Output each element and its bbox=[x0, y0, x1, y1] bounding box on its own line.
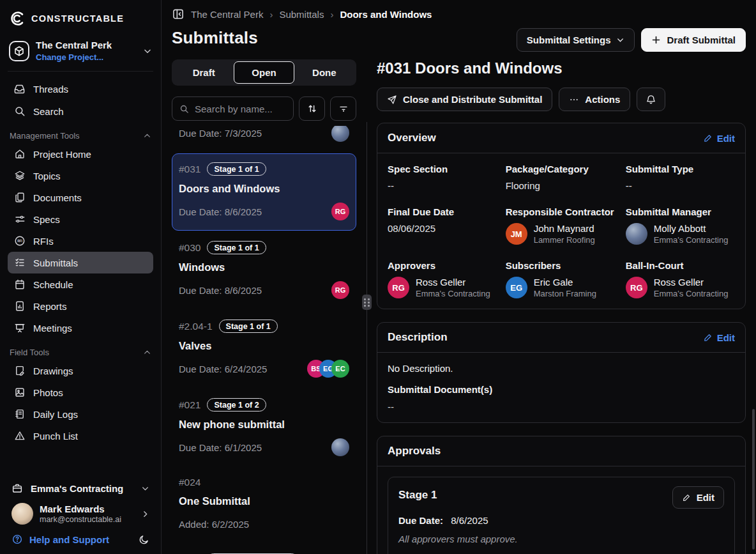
actions-button[interactable]: Actions bbox=[559, 88, 630, 111]
submittal-list: Due Date: 7/3/2025 #031 Stage 1 of 1 Doo… bbox=[172, 126, 356, 554]
detail-scrollbar[interactable] bbox=[752, 409, 755, 550]
stage-badge: Stage 1 of 1 bbox=[207, 162, 266, 176]
list-item-030[interactable]: #030 Stage 1 of 1 Windows Due Date: 8/6/… bbox=[172, 232, 356, 309]
sidebar-item-label: Schedule bbox=[33, 279, 73, 290]
sidebar-item-label: Photos bbox=[33, 387, 63, 398]
sidebar-item-label: Reports bbox=[33, 301, 67, 312]
status-tabs: Draft Open Done bbox=[172, 59, 356, 86]
person-company: Emma's Contracting bbox=[654, 289, 729, 298]
resize-drag-handle[interactable] bbox=[362, 295, 372, 310]
draft-submittal-label: Draft Submittal bbox=[667, 35, 736, 45]
sidebar-item-specs[interactable]: Specs bbox=[8, 208, 153, 230]
description-edit-button[interactable]: Edit bbox=[703, 332, 735, 343]
question-circle-icon bbox=[11, 534, 23, 545]
field-package-category: Package/Category Flooring bbox=[506, 164, 619, 191]
breadcrumb-project[interactable]: The Central Perk bbox=[191, 9, 263, 20]
documents-icon bbox=[13, 192, 26, 203]
user-menu[interactable]: Mark Edwards mark@constructable.ai bbox=[8, 499, 153, 530]
sidebar-item-label: Punch List bbox=[33, 431, 78, 442]
search-input[interactable] bbox=[195, 104, 286, 114]
help-label: Help and Support bbox=[29, 534, 109, 545]
draft-submittal-button[interactable]: Draft Submittal bbox=[641, 28, 746, 52]
main-area: The Central Perk › Submittals › Doors an… bbox=[162, 0, 756, 554]
field-ball-in-court: Ball-In-Court RG Ross Geller Emma's Cont… bbox=[626, 260, 735, 298]
person-name: John Maynard bbox=[534, 223, 595, 234]
field-submittal-type: Submittal Type -- bbox=[626, 164, 735, 191]
briefcase-icon bbox=[11, 482, 23, 494]
sidebar-item-label: Search bbox=[33, 106, 64, 117]
submittal-settings-button[interactable]: Submittal Settings bbox=[517, 28, 635, 52]
list-item-020[interactable]: #020 All Stages Complete bbox=[172, 544, 356, 554]
stage-title: Stage 1 bbox=[398, 489, 437, 502]
sidebar-item-search[interactable]: Search bbox=[8, 100, 153, 122]
change-project-link[interactable]: Change Project... bbox=[36, 52, 112, 62]
section-field-tools[interactable]: Field Tools bbox=[10, 348, 151, 357]
sidebar-item-reports[interactable]: Reports bbox=[8, 295, 153, 317]
list-item-204-1[interactable]: #2.04-1 Stage 1 of 1 Valves Due Date: 6/… bbox=[172, 311, 356, 388]
sidebar-item-submittals[interactable]: Submittals bbox=[8, 252, 153, 273]
avatar: EG bbox=[506, 277, 527, 298]
field-spec-section: Spec Section -- bbox=[388, 164, 499, 191]
sidebar-item-rfis[interactable]: RFI RFIs bbox=[8, 230, 153, 252]
person-company: Marston Framing bbox=[534, 289, 596, 298]
field-final-due-date: Final Due Date 08/06/2025 bbox=[388, 206, 499, 245]
list-item-021[interactable]: #021 Stage 1 of 2 New phone submittal Du… bbox=[172, 389, 356, 466]
list-item-031[interactable]: #031 Stage 1 of 1 Doors and Windows Due … bbox=[172, 153, 356, 231]
search-icon bbox=[179, 104, 189, 114]
sort-button[interactable] bbox=[299, 96, 325, 121]
filter-button[interactable] bbox=[330, 96, 356, 121]
user-avatar bbox=[11, 503, 33, 525]
pencil-icon bbox=[703, 333, 713, 342]
breadcrumb: The Central Perk › Submittals › Doors an… bbox=[172, 6, 746, 22]
avatar: JM bbox=[506, 223, 527, 245]
drawing-pen-icon bbox=[13, 365, 26, 376]
list-item-024[interactable]: #024 One Submittal Added: 6/2/2025 bbox=[172, 468, 356, 543]
notifications-button[interactable] bbox=[637, 88, 665, 111]
notebook-icon bbox=[13, 408, 26, 420]
sidebar-item-meetings[interactable]: Meetings bbox=[8, 317, 153, 339]
sidebar-item-drawings[interactable]: Drawings bbox=[8, 360, 153, 381]
company-selector[interactable]: Emma's Contracting bbox=[8, 477, 153, 499]
brand-logo-row: CONSTRUCTABLE bbox=[9, 10, 152, 27]
stage-badge: Stage 1 of 1 bbox=[219, 319, 278, 333]
section-management-tools[interactable]: Management Tools bbox=[10, 131, 151, 141]
dark-mode-moon-icon[interactable] bbox=[139, 534, 149, 545]
person-name: Ross Geller bbox=[654, 277, 729, 288]
sidebar-item-documents[interactable]: Documents bbox=[8, 187, 153, 208]
breadcrumb-submittals[interactable]: Submittals bbox=[279, 9, 324, 20]
edit-label: Edit bbox=[697, 492, 714, 503]
sidebar-item-label: Documents bbox=[33, 192, 82, 203]
project-cube-icon bbox=[9, 41, 29, 61]
chevron-separator-icon: › bbox=[269, 9, 273, 20]
sliders-icon bbox=[13, 213, 26, 225]
sidebar-item-topics[interactable]: Topics bbox=[8, 165, 153, 187]
sidebar-item-threads[interactable]: Threads bbox=[8, 78, 153, 100]
tab-draft[interactable]: Draft bbox=[174, 61, 234, 84]
person-name: Eric Gale bbox=[534, 277, 596, 288]
search-input-wrap bbox=[172, 96, 294, 121]
tab-done[interactable]: Done bbox=[294, 61, 354, 84]
presentation-icon bbox=[13, 322, 26, 334]
list-item[interactable]: Due Date: 7/3/2025 bbox=[172, 126, 356, 152]
tab-open[interactable]: Open bbox=[234, 61, 294, 84]
description-card: Description Edit No Description. Submitt… bbox=[377, 322, 746, 423]
company-name: Emma's Contracting bbox=[31, 483, 123, 494]
close-distribute-button[interactable]: Close and Distribute Submittal bbox=[377, 88, 552, 111]
sidebar-item-photos[interactable]: Photos bbox=[8, 381, 153, 403]
calendar-icon bbox=[13, 279, 26, 290]
sidebar-item-label: Threads bbox=[33, 84, 68, 95]
project-selector[interactable]: The Central Perk Change Project... bbox=[8, 37, 153, 72]
stage-edit-button[interactable]: Edit bbox=[672, 486, 724, 509]
pencil-icon bbox=[703, 134, 713, 143]
sidebar-item-schedule[interactable]: Schedule bbox=[8, 273, 153, 295]
sidebar-item-punch-list[interactable]: Punch List bbox=[8, 425, 153, 447]
warning-triangle-icon bbox=[13, 430, 26, 442]
submittal-settings-label: Submittal Settings bbox=[527, 35, 611, 45]
sidebar-item-daily-logs[interactable]: Daily Logs bbox=[8, 403, 153, 425]
sidebar-item-project-home[interactable]: Project Home bbox=[8, 143, 153, 165]
collapse-sidebar-icon[interactable] bbox=[172, 8, 185, 20]
stage-due-value: 8/6/2025 bbox=[451, 515, 488, 526]
overview-edit-button[interactable]: Edit bbox=[703, 133, 735, 144]
help-and-support[interactable]: Help and Support bbox=[8, 530, 153, 546]
panel-divider bbox=[367, 122, 367, 554]
